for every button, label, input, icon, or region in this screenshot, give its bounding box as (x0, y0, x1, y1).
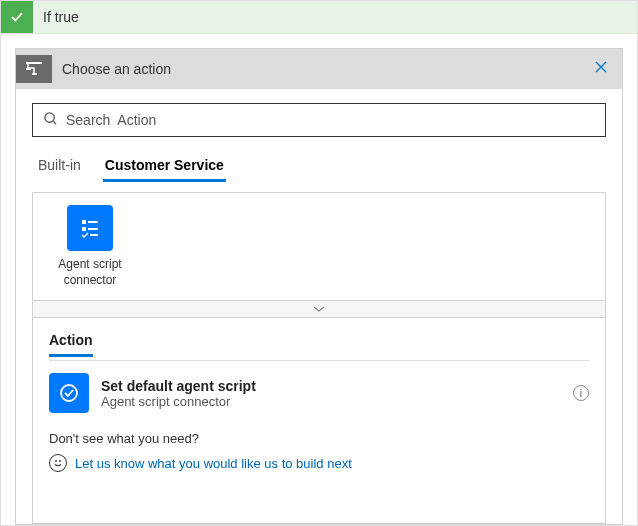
panel-icon (16, 55, 52, 83)
action-heading: Action (49, 332, 93, 357)
action-row-text: Set default agent script Agent script co… (101, 378, 573, 409)
action-row-subtitle: Agent script connector (101, 394, 573, 409)
svg-rect-0 (26, 62, 42, 64)
smiley-icon (49, 454, 67, 472)
connector-label: Agent script connector (45, 257, 135, 288)
check-icon (1, 1, 33, 33)
svg-rect-4 (82, 220, 86, 224)
info-icon[interactable]: i (573, 385, 589, 401)
action-row-title: Set default agent script (101, 378, 573, 394)
search-input[interactable] (66, 112, 595, 128)
tab-customer-service[interactable]: Customer Service (103, 151, 226, 182)
action-set-default-agent-script[interactable]: Set default agent script Agent script co… (49, 361, 589, 425)
feedback-link[interactable]: Let us know what you would like us to bu… (75, 456, 352, 471)
check-circle-icon (49, 373, 89, 413)
action-section: Action Set default agent script Agent sc… (32, 318, 606, 524)
panel-header: Choose an action (16, 49, 622, 89)
svg-rect-5 (88, 221, 98, 223)
footer-question: Don't see what you need? (49, 431, 589, 446)
svg-rect-8 (90, 234, 98, 236)
svg-point-9 (61, 385, 77, 401)
svg-rect-2 (32, 73, 37, 75)
svg-point-3 (45, 113, 54, 122)
list-icon (67, 205, 113, 251)
close-icon[interactable] (590, 56, 612, 82)
search-icon (43, 111, 58, 129)
choose-action-panel: Choose an action Built-in Customer Servi… (15, 48, 623, 525)
chevron-down-icon (313, 301, 325, 317)
search-box[interactable] (32, 103, 606, 137)
svg-rect-6 (82, 227, 86, 231)
svg-rect-7 (88, 228, 98, 230)
svg-point-11 (59, 460, 61, 462)
connector-grid: Agent script connector (32, 192, 606, 300)
panel-title: Choose an action (62, 61, 590, 77)
svg-rect-1 (26, 68, 31, 70)
tabs: Built-in Customer Service (32, 151, 606, 182)
connector-agent-script[interactable]: Agent script connector (45, 205, 135, 288)
condition-true-bar[interactable]: If true (1, 1, 637, 34)
svg-point-10 (55, 460, 57, 462)
tab-built-in[interactable]: Built-in (36, 151, 83, 182)
expand-connectors-button[interactable] (32, 300, 606, 318)
condition-true-label: If true (33, 9, 79, 25)
